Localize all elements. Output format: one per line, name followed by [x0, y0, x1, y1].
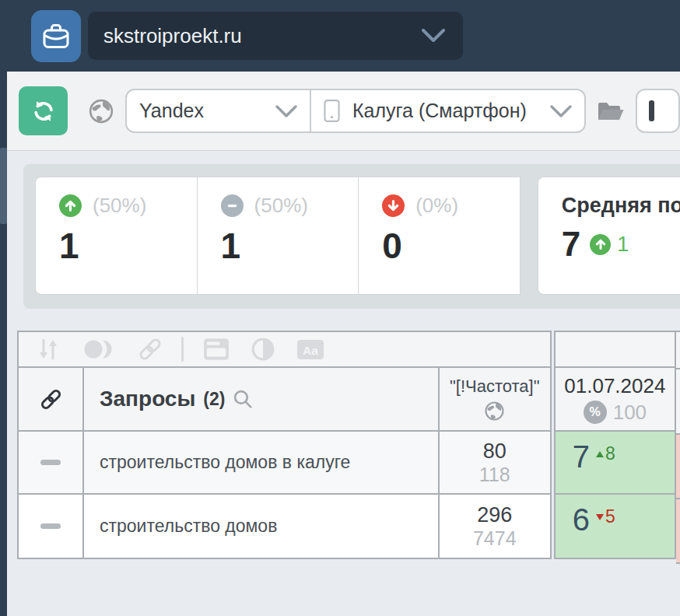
frequency-column-header[interactable]: "[!Частота]"	[440, 368, 550, 430]
toolbar-divider	[181, 337, 184, 362]
average-position-label: Средняя позиция	[562, 194, 680, 218]
sidebar-scroll-thumb[interactable]	[0, 148, 7, 224]
link-icon	[38, 387, 64, 412]
project-domain-select[interactable]: skstroiproekt.ru	[88, 12, 463, 60]
link-icon[interactable]	[136, 335, 164, 363]
svg-text:Aa: Aa	[303, 343, 318, 356]
dash-icon	[40, 460, 61, 465]
date-column: 01.07.2024 % 100 7 8 6 5	[554, 331, 676, 559]
stat-value: 1	[221, 228, 359, 264]
triangle-down-icon	[596, 514, 604, 520]
frequency-sub-value: 7474	[473, 527, 517, 550]
refresh-button[interactable]	[19, 86, 68, 135]
top-bar: skstroiproekt.ru	[0, 0, 680, 72]
position-cell[interactable]: 6 5	[556, 495, 675, 558]
row-drag-handle[interactable]	[19, 432, 84, 493]
position-cell[interactable]: 7 8	[556, 432, 675, 495]
frequency-header-label: "[!Частота]"	[450, 376, 540, 397]
window-icon[interactable]	[203, 338, 230, 361]
globe-icon	[484, 401, 505, 422]
project-domain: skstroiproekt.ru	[103, 24, 242, 48]
arrow-up-circle-icon	[590, 234, 611, 255]
position-value: 6	[573, 504, 590, 535]
date-column-top-cell	[556, 332, 675, 368]
stat-percent: (50%)	[254, 194, 308, 218]
summary-panel: (50%) 1 (50%) 1 (0%)	[23, 164, 680, 309]
chevron-down-icon	[421, 29, 446, 43]
chevron-down-icon	[550, 105, 572, 117]
text-style-icon[interactable]: Aa	[296, 338, 324, 362]
stat-card-average-position[interactable]: Средняя позиция 7 1	[538, 177, 680, 295]
minus-circle-icon	[221, 194, 244, 217]
search-engine-value: Yandex	[139, 100, 204, 122]
stat-card-same[interactable]: (50%) 1	[197, 177, 359, 295]
stat-card-up[interactable]: (50%) 1	[35, 177, 198, 295]
frequency-cell: 296 7474	[440, 495, 550, 558]
projects-button[interactable]	[31, 10, 81, 62]
date-percent-value: 100	[613, 401, 647, 425]
frequency-value: 80	[483, 439, 506, 464]
stat-value: 0	[382, 228, 520, 264]
row-drag-handle[interactable]	[19, 495, 84, 558]
position-value: 7	[573, 441, 590, 472]
briefcase-icon	[42, 23, 70, 50]
queries-table: Aa Запросы	[17, 331, 552, 559]
dash-icon	[40, 523, 61, 529]
date-column-header[interactable]: 01.07.2024 % 100	[556, 368, 675, 432]
refresh-icon	[32, 100, 55, 123]
table-toolbar: Aa	[19, 332, 550, 368]
stat-percent: (50%)	[93, 194, 146, 218]
queries-column-header[interactable]: Запросы (2)	[84, 368, 440, 430]
query-text: строительство домов в калуге	[100, 452, 350, 473]
region-value: Калуга (Смартфон)	[352, 100, 527, 122]
stat-value: 1	[59, 228, 197, 264]
sort-icon[interactable]	[35, 337, 61, 362]
position-change-down: 5	[596, 506, 615, 527]
table-row: строительство домов 296 7474	[19, 495, 550, 558]
left-sidebar-strip	[0, 72, 7, 616]
all-search-engines-button[interactable]	[88, 98, 114, 124]
venn-circles-icon[interactable]	[82, 337, 115, 362]
contrast-icon[interactable]	[251, 337, 275, 362]
target-filter-control-partial[interactable]	[636, 89, 680, 133]
search-icon[interactable]	[233, 389, 254, 410]
query-text: строительство домов	[100, 516, 277, 537]
query-cell[interactable]: строительство домов в калуге	[84, 432, 440, 493]
search-engine-select[interactable]: Yandex	[127, 90, 311, 131]
frequency-sub-value: 118	[479, 464, 510, 486]
average-position-value: 7	[562, 227, 580, 261]
partial-glyph	[649, 100, 654, 121]
percent-badge-icon: %	[584, 401, 607, 424]
date-label: 01.07.2024	[564, 374, 665, 398]
smartphone-icon	[324, 99, 340, 123]
table-row: строительство домов в калуге 80 118	[19, 432, 550, 495]
stat-card-down[interactable]: (0%) 0	[358, 177, 521, 295]
next-date-column-sliver	[676, 331, 680, 564]
groups-folder-button[interactable]	[596, 99, 626, 123]
stat-percent: (0%)	[415, 194, 458, 218]
folder-open-icon	[596, 99, 626, 123]
queries-count: (2)	[203, 389, 225, 410]
arrow-up-circle-icon	[59, 194, 82, 217]
average-position-change: 1	[617, 233, 629, 257]
queries-header-label: Запросы	[100, 387, 195, 411]
position-change-up: 8	[596, 443, 615, 464]
globe-icon	[88, 98, 114, 124]
links-column-header[interactable]	[19, 368, 84, 430]
chevron-down-icon	[275, 105, 297, 117]
frequency-cell: 80 118	[440, 432, 550, 493]
triangle-up-icon	[596, 451, 604, 457]
arrow-down-circle-icon	[382, 194, 405, 217]
query-cell[interactable]: строительство домов	[84, 495, 440, 558]
table-header-row: Запросы (2) "[!Частота]"	[19, 368, 550, 432]
filters-toolbar: Yandex Калуга (Смартфон)	[7, 72, 680, 151]
engine-region-select-group: Yandex Калуга (Смартфон)	[125, 89, 586, 133]
region-select[interactable]: Калуга (Смартфон)	[311, 90, 584, 131]
positions-table: Aa Запросы	[17, 331, 680, 564]
frequency-value: 296	[477, 503, 512, 527]
